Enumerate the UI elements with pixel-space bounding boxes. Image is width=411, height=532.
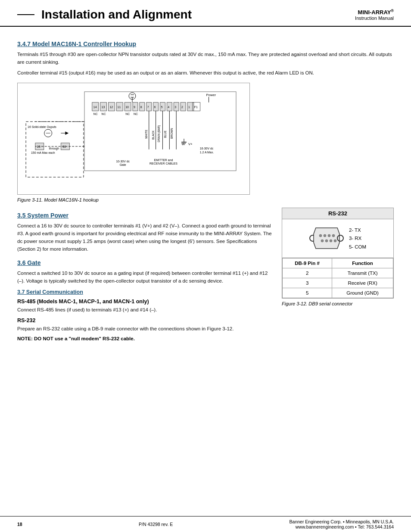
svg-point-80 bbox=[328, 234, 330, 237]
circuit-diagram: Power 14 13 12 bbox=[22, 87, 245, 190]
svg-text:14: 14 bbox=[93, 106, 97, 109]
rs232-connector-box: RS-232 bbox=[282, 208, 394, 299]
section-35: 3.5 System Power Connect a 16 to 30V dc … bbox=[17, 212, 273, 253]
terminal-blocks: 14 13 12 11 10 bbox=[92, 103, 194, 111]
rs232-label-tx: 2- TX bbox=[349, 226, 366, 235]
header-line bbox=[17, 14, 34, 15]
table-row: 3 Receive (RX) bbox=[283, 278, 393, 288]
db9-table: DB-9 Pin # Function 2 Transmit (TX) 3 bbox=[282, 258, 393, 298]
svg-point-78 bbox=[319, 234, 322, 237]
svg-text:Gate: Gate bbox=[120, 164, 126, 167]
svg-point-83 bbox=[325, 240, 328, 242]
svg-text:RECEIVER CABLES: RECEIVER CABLES bbox=[149, 162, 177, 165]
page-footer: 18 P/N 43298 rev. E Banner Engineering C… bbox=[0, 516, 411, 532]
svg-text:11: 11 bbox=[117, 106, 121, 109]
page-header: Installation and Alignment MINI-ARRAY® I… bbox=[0, 0, 411, 27]
table-row: 2 Transmit (TX) bbox=[283, 268, 393, 278]
function-rx: Receive (RX) bbox=[332, 278, 393, 288]
svg-text:BROWN: BROWN bbox=[170, 128, 173, 139]
svg-text:12: 12 bbox=[109, 106, 113, 109]
svg-text:150 mA Max each: 150 mA Max each bbox=[31, 151, 55, 154]
section-35-para1: Connect a 16 to 30V dc source to control… bbox=[17, 222, 273, 253]
svg-text:16-30V dc: 16-30V dc bbox=[200, 147, 214, 150]
rs232-header: RS-232 bbox=[282, 208, 393, 219]
subsection-rs232-title: RS-232 bbox=[17, 317, 273, 324]
rs232-connector-visual: 2- TX 3- RX 5- COM bbox=[282, 219, 393, 258]
svg-point-79 bbox=[324, 234, 326, 237]
table-row: 5 Ground (GND) bbox=[283, 288, 393, 298]
svg-point-84 bbox=[330, 240, 332, 242]
subsection-rs485-para: Connect RS-485 lines (if used) to termin… bbox=[17, 306, 273, 314]
figure-311-box: Power 14 13 12 bbox=[17, 83, 250, 195]
section-347-para1: Terminals #15 through #30 are open-colle… bbox=[17, 51, 394, 66]
svg-point-81 bbox=[332, 234, 335, 237]
svg-text:1.2 A Max.: 1.2 A Max. bbox=[200, 151, 214, 154]
footer-company-info: Banner Engineering Corp. • Minneapolis, … bbox=[290, 519, 394, 529]
brand-name: MINI-ARRAY® bbox=[355, 9, 394, 16]
function-tx: Transmit (TX) bbox=[332, 268, 393, 278]
section-35-title: 3.5 System Power bbox=[17, 212, 273, 219]
svg-text:NC: NC bbox=[134, 113, 138, 116]
subsection-rs232-para: Prepare an RS-232 cable using a DB-9 mal… bbox=[17, 325, 273, 333]
header-brand-area: MINI-ARRAY® Instruction Manual bbox=[355, 9, 394, 21]
svg-text:V-: V- bbox=[181, 142, 185, 146]
table-header-row: DB-9 Pin # Function bbox=[283, 258, 393, 268]
db9-svg bbox=[309, 224, 344, 252]
footer-part-number: P/N 43298 rev. E bbox=[139, 522, 173, 527]
svg-text:WHITE: WHITE bbox=[145, 130, 148, 139]
footer-company: Banner Engineering Corp. bbox=[290, 519, 342, 524]
svg-text:BLUE: BLUE bbox=[164, 131, 167, 138]
main-content: 3.4.7 Model MAC16N-1 Controller Hookup T… bbox=[0, 27, 411, 350]
svg-text:NC: NC bbox=[102, 113, 106, 116]
svg-text:NC: NC bbox=[93, 113, 98, 116]
col-header-function: Function bbox=[332, 258, 393, 268]
footer-page-number: 18 bbox=[17, 522, 22, 527]
bold-note: NOTE: DO NOT use a "null modem" RS-232 c… bbox=[17, 336, 273, 341]
page-title: Installation and Alignment bbox=[41, 8, 355, 22]
page: Installation and Alignment MINI-ARRAY® I… bbox=[0, 0, 411, 532]
svg-text:6: 6 bbox=[154, 106, 156, 109]
svg-text:4: 4 bbox=[168, 106, 169, 109]
footer-address: • bbox=[343, 519, 346, 524]
subsection-rs485-title: RS-485 (Models MAC-1, MACP-1, and MACN-1… bbox=[17, 299, 273, 305]
section-347: 3.4.7 Model MAC16N-1 Controller Hookup T… bbox=[17, 40, 394, 202]
section-36-para1: Connect a switched 10 to 30V dc source a… bbox=[17, 270, 273, 285]
svg-text:NC: NC bbox=[125, 113, 130, 116]
svg-text:2: 2 bbox=[181, 106, 183, 109]
svg-text:EMITTER and: EMITTER and bbox=[154, 159, 173, 162]
svg-text:7: 7 bbox=[147, 106, 149, 109]
svg-text:9: 9 bbox=[134, 106, 135, 109]
section-37-title: 3.7 Serial Communication bbox=[17, 289, 273, 295]
footer-website: www.bannerengineering.com bbox=[296, 524, 354, 529]
db9-table-body: 2 Transmit (TX) 3 Receive (RX) 5 Ground … bbox=[283, 268, 393, 298]
figure-312-caption: Figure 3-12. DB9 serial connector bbox=[282, 301, 394, 306]
svg-text:DRAIN (BAR): DRAIN (BAR) bbox=[157, 125, 161, 142]
svg-text:V+: V+ bbox=[188, 142, 193, 146]
svg-marker-74 bbox=[65, 132, 68, 135]
pin-5: 5 bbox=[283, 288, 332, 298]
rs232-pin-labels: 2- TX 3- RX 5- COM bbox=[349, 226, 366, 252]
pin-2: 2 bbox=[283, 268, 332, 278]
svg-text:F1: F1 bbox=[194, 106, 198, 109]
manual-subtitle: Instruction Manual bbox=[355, 16, 394, 21]
section-36-title: 3.6 Gate bbox=[17, 259, 273, 266]
right-column: RS-232 bbox=[282, 206, 394, 341]
svg-point-82 bbox=[321, 240, 324, 242]
left-column: 3.5 System Power Connect a 16 to 30V dc … bbox=[17, 206, 273, 341]
section-36: 3.6 Gate Connect a switched 10 to 30V dc… bbox=[17, 259, 273, 285]
svg-text:through: through bbox=[49, 147, 59, 150]
svg-text:10: 10 bbox=[125, 106, 129, 109]
rs232-label-com: 5- COM bbox=[349, 243, 366, 252]
function-gnd: Ground (GND) bbox=[332, 288, 393, 298]
footer-city: Minneapolis, MN U.S.A. bbox=[346, 519, 394, 524]
figure-311-caption: Figure 3-11. Model MAC16N-1 hookup bbox=[17, 197, 394, 202]
svg-text:10-30V dc: 10-30V dc bbox=[116, 160, 130, 163]
section-347-title: 3.4.7 Model MAC16N-1 Controller Hookup bbox=[17, 40, 394, 47]
svg-text:3: 3 bbox=[174, 106, 176, 109]
svg-point-85 bbox=[334, 240, 336, 242]
rs232-label-rx: 3- RX bbox=[349, 234, 366, 243]
two-column-section: 3.5 System Power Connect a 16 to 30V dc … bbox=[17, 206, 394, 341]
svg-text:16 Solid-state Ouputs: 16 Solid-state Ouputs bbox=[28, 126, 56, 129]
col-header-pin: DB-9 Pin # bbox=[283, 258, 332, 268]
svg-text:8: 8 bbox=[140, 106, 142, 109]
